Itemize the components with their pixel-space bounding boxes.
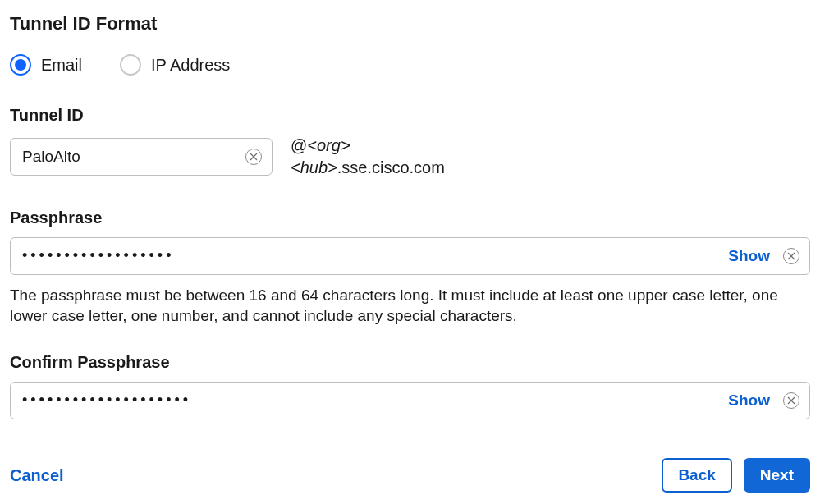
tunnel-id-input-wrapper <box>10 138 273 176</box>
section-title: Tunnel ID Format <box>10 11 810 36</box>
tunnel-id-suffix: @<org> <hub>.sse.cisco.com <box>291 135 445 179</box>
radio-email-label: Email <box>41 54 82 76</box>
passphrase-label: Passphrase <box>10 207 810 229</box>
passphrase-show-toggle[interactable]: Show <box>728 245 770 267</box>
confirm-passphrase-show-toggle[interactable]: Show <box>728 390 770 411</box>
confirm-passphrase-label: Confirm Passphrase <box>10 351 810 373</box>
back-button[interactable]: Back <box>662 458 731 493</box>
tunnel-id-input[interactable] <box>21 147 239 167</box>
radio-ip-address[interactable]: IP Address <box>120 54 230 76</box>
tunnel-id-suffix-domain: .sse.cisco.com <box>337 158 445 176</box>
tunnel-id-suffix-line1: @<org> <box>291 136 350 154</box>
clear-icon[interactable] <box>783 248 799 264</box>
tunnel-id-suffix-org: <org> <box>307 136 350 154</box>
radio-email[interactable]: Email <box>10 54 82 76</box>
confirm-passphrase-input-wrapper: Show <box>10 382 810 419</box>
clear-icon[interactable] <box>245 149 262 165</box>
confirm-passphrase-input[interactable] <box>21 391 722 410</box>
tunnel-id-suffix-at: @ <box>291 136 307 154</box>
next-button[interactable]: Next <box>744 458 810 493</box>
radio-email-ring <box>10 54 31 76</box>
clear-icon[interactable] <box>783 392 799 409</box>
passphrase-input[interactable] <box>21 246 722 265</box>
confirm-passphrase-block: Confirm Passphrase Show <box>10 351 810 419</box>
radio-ip-ring <box>120 54 141 76</box>
cancel-button[interactable]: Cancel <box>10 465 64 487</box>
tunnel-id-row: @<org> <hub>.sse.cisco.com <box>10 135 810 179</box>
tunnel-id-suffix-line2: <hub>.sse.cisco.com <box>291 158 445 176</box>
passphrase-block: Passphrase Show <box>10 207 810 275</box>
radio-email-dot <box>15 59 26 71</box>
tunnel-id-label: Tunnel ID <box>10 104 810 126</box>
radio-ip-label: IP Address <box>151 54 230 76</box>
passphrase-help-text: The passphrase must be between 16 and 64… <box>10 285 798 327</box>
tunnel-id-format-radios: Email IP Address <box>10 54 810 76</box>
footer-button-row: Back Next <box>662 458 810 493</box>
passphrase-input-wrapper: Show <box>10 237 810 275</box>
tunnel-id-suffix-hub: <hub> <box>291 158 337 176</box>
footer: Cancel Back Next <box>10 458 810 493</box>
